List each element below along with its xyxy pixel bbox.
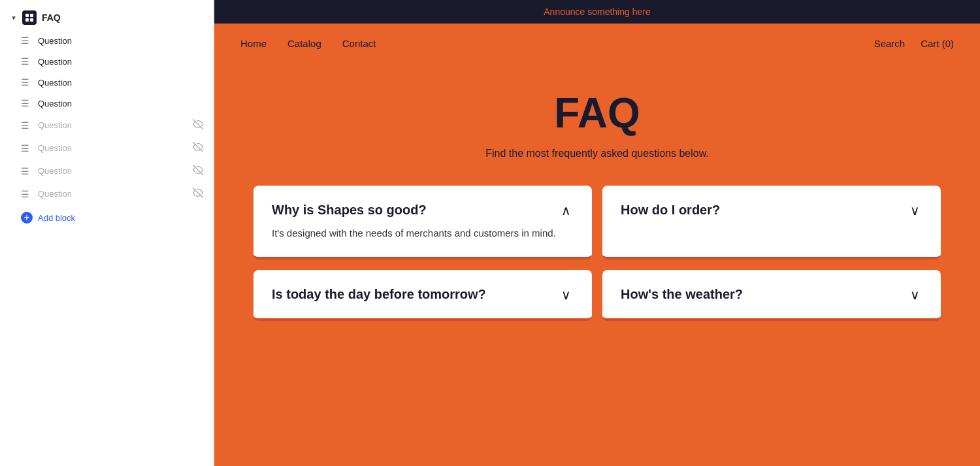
visibility-hidden-icon[interactable] bbox=[193, 142, 203, 154]
drag-handle-icon: ☰ bbox=[21, 56, 31, 67]
svg-rect-2 bbox=[25, 18, 29, 22]
faq-card-4[interactable]: How's the weather?∨ bbox=[602, 270, 941, 321]
add-block-label: Add block bbox=[38, 213, 75, 223]
sidebar-item-label: Question bbox=[38, 57, 203, 67]
visibility-hidden-icon[interactable] bbox=[193, 119, 203, 131]
faq-card-1[interactable]: Why is Shapes so good?∧It's designed wit… bbox=[253, 186, 592, 259]
svg-rect-3 bbox=[30, 18, 33, 22]
faq-card-3[interactable]: Is today the day before tomorrow?∨ bbox=[253, 270, 592, 321]
faq-question: Why is Shapes so good? bbox=[272, 201, 550, 218]
sidebar: ▼ FAQ ☰Question☰Question☰Question☰Questi… bbox=[0, 0, 214, 466]
sidebar-item-6[interactable]: ☰Question bbox=[0, 137, 214, 159]
sidebar-item-label: Question bbox=[38, 166, 186, 176]
faq-question: How's the weather? bbox=[621, 286, 899, 303]
faq-subtitle: Find the most frequently asked questions… bbox=[485, 148, 709, 159]
announcement-bar: Announce something here bbox=[214, 0, 980, 24]
main-content: Announce something here Home Catalog Con… bbox=[214, 0, 980, 466]
nav-link-home[interactable]: Home bbox=[240, 38, 267, 49]
expand-icon[interactable]: ∨ bbox=[907, 203, 923, 218]
faq-card-header: Why is Shapes so good?∧ bbox=[272, 201, 574, 218]
sidebar-title: FAQ bbox=[42, 12, 61, 23]
sidebar-item-5[interactable]: ☰Question bbox=[0, 114, 214, 137]
faq-grid: Why is Shapes so good?∧It's designed wit… bbox=[253, 186, 941, 321]
faq-question: How do I order? bbox=[621, 201, 899, 218]
plus-icon: + bbox=[21, 212, 33, 224]
cart-button[interactable]: Cart (0) bbox=[921, 38, 954, 49]
faq-card-header: Is today the day before tomorrow?∨ bbox=[272, 286, 574, 303]
collapse-icon[interactable]: ∧ bbox=[558, 203, 574, 218]
faq-question: Is today the day before tomorrow? bbox=[272, 286, 550, 303]
faq-card-header: How's the weather?∨ bbox=[621, 286, 923, 303]
faq-card-2[interactable]: How do I order?∨ bbox=[602, 186, 941, 259]
sidebar-item-label: Question bbox=[38, 189, 186, 199]
faq-grid-icon bbox=[22, 10, 37, 25]
nav-link-contact[interactable]: Contact bbox=[342, 38, 376, 49]
sidebar-items-list: ☰Question☰Question☰Question☰Question☰Que… bbox=[0, 30, 214, 205]
sidebar-item-label: Question bbox=[38, 143, 186, 153]
faq-section: FAQ Find the most frequently asked quest… bbox=[214, 63, 980, 466]
sidebar-item-7[interactable]: ☰Question bbox=[0, 159, 214, 182]
sidebar-item-label: Question bbox=[38, 36, 203, 46]
drag-handle-icon: ☰ bbox=[21, 77, 31, 88]
faq-title: FAQ bbox=[554, 89, 640, 137]
expand-icon[interactable]: ∨ bbox=[907, 287, 923, 303]
nav-links: Home Catalog Contact bbox=[240, 38, 376, 49]
drag-handle-icon: ☰ bbox=[21, 189, 31, 199]
drag-handle-icon: ☰ bbox=[21, 98, 31, 108]
faq-answer: It's designed with the needs of merchant… bbox=[272, 226, 574, 241]
sidebar-item-label: Question bbox=[38, 99, 203, 108]
sidebar-item-8[interactable]: ☰Question bbox=[0, 182, 214, 205]
nav-bar: Home Catalog Contact Search Cart (0) bbox=[214, 24, 980, 63]
drag-handle-icon: ☰ bbox=[21, 120, 31, 131]
announcement-text: Announce something here bbox=[544, 7, 650, 17]
sidebar-item-label: Question bbox=[38, 120, 186, 130]
faq-card-header: How do I order?∨ bbox=[621, 201, 923, 218]
sidebar-header: ▼ FAQ bbox=[0, 5, 214, 30]
expand-icon[interactable]: ∨ bbox=[558, 287, 574, 303]
svg-rect-1 bbox=[30, 14, 33, 17]
visibility-hidden-icon[interactable] bbox=[193, 188, 203, 200]
drag-handle-icon: ☰ bbox=[21, 166, 31, 176]
collapse-arrow-icon[interactable]: ▼ bbox=[10, 14, 17, 22]
search-button[interactable]: Search bbox=[874, 38, 906, 49]
drag-handle-icon: ☰ bbox=[21, 143, 31, 154]
drag-handle-icon: ☰ bbox=[21, 35, 31, 46]
visibility-hidden-icon[interactable] bbox=[193, 165, 203, 177]
svg-rect-0 bbox=[25, 14, 29, 17]
nav-link-catalog[interactable]: Catalog bbox=[287, 38, 321, 49]
sidebar-item-4[interactable]: ☰Question bbox=[0, 93, 214, 114]
nav-actions: Search Cart (0) bbox=[874, 38, 954, 49]
add-block-button[interactable]: + Add block bbox=[0, 205, 214, 230]
sidebar-item-2[interactable]: ☰Question bbox=[0, 51, 214, 72]
sidebar-item-1[interactable]: ☰Question bbox=[0, 30, 214, 51]
sidebar-item-label: Question bbox=[38, 78, 203, 88]
sidebar-item-3[interactable]: ☰Question bbox=[0, 72, 214, 93]
